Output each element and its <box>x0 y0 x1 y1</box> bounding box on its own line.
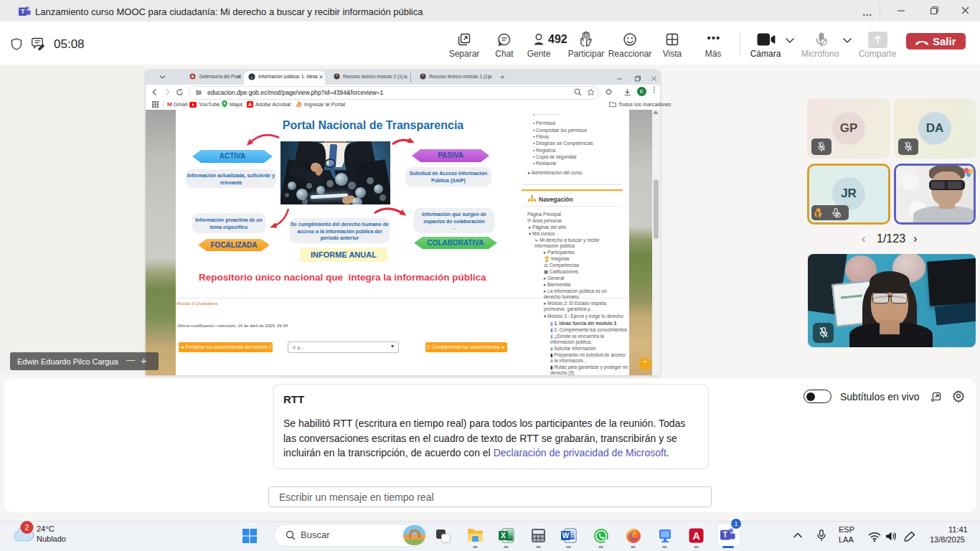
svg-text:A: A <box>692 530 699 542</box>
svg-text:X: X <box>501 532 506 540</box>
svg-text:A: A <box>248 102 252 107</box>
svg-text:W: W <box>562 532 570 540</box>
svg-text:T: T <box>723 531 727 539</box>
svg-text:2: 2 <box>24 523 29 532</box>
svg-text:i: i <box>251 75 253 80</box>
svg-text:T: T <box>21 8 25 15</box>
